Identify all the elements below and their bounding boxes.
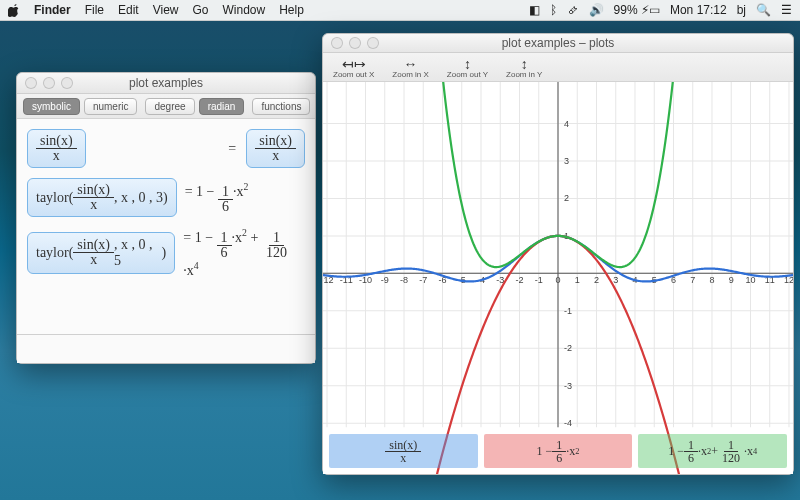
zoom-icon[interactable] <box>367 37 379 49</box>
window-title: plot examples – plots <box>502 36 615 50</box>
plot-area[interactable]: -12-11-10-9-8-7-6-5-4-3-2-10123456789101… <box>323 82 793 474</box>
legend: sin(x)x 1 − 16·x2 1 − 16·x2 + 1120·x4 <box>329 434 787 468</box>
expression-input[interactable]: taylor(sin(x)x, x , 0 , 3) <box>27 178 177 217</box>
svg-text:8: 8 <box>709 276 714 286</box>
plot-toolbar: ↤↦Zoom out X ↔Zoom in X ↕Zoom out Y ↕Zoo… <box>323 53 793 83</box>
svg-text:-3: -3 <box>564 381 572 391</box>
close-icon[interactable] <box>25 77 37 89</box>
menu-view[interactable]: View <box>153 3 179 17</box>
svg-text:-2: -2 <box>515 276 523 286</box>
window-plots: plot examples – plots ↤↦Zoom out X ↔Zoom… <box>322 33 794 475</box>
apple-icon[interactable] <box>8 4 20 17</box>
minimize-icon[interactable] <box>43 77 55 89</box>
app-name[interactable]: Finder <box>34 3 71 17</box>
zoom-out-y-button[interactable]: ↕Zoom out Y <box>447 58 488 79</box>
menu-go[interactable]: Go <box>193 3 209 17</box>
spotlight-icon[interactable]: 🔍 <box>756 3 771 17</box>
expression-result[interactable]: sin(x)x <box>246 129 305 168</box>
zoom-in-y-button[interactable]: ↕Zoom in Y <box>506 58 542 79</box>
equals-label: = <box>228 141 238 157</box>
svg-text:2: 2 <box>594 276 599 286</box>
window-title: plot examples <box>129 76 203 90</box>
svg-text:-1: -1 <box>535 276 543 286</box>
expression-input[interactable]: sin(x)x <box>27 129 86 168</box>
clock[interactable]: Mon 17:12 <box>670 3 727 17</box>
tab-degree[interactable]: degree <box>145 98 194 115</box>
svg-text:9: 9 <box>729 276 734 286</box>
svg-text:-2: -2 <box>564 344 572 354</box>
svg-text:-10: -10 <box>359 276 372 286</box>
svg-text:3: 3 <box>613 276 618 286</box>
user[interactable]: bj <box>737 3 746 17</box>
menubar: Finder File Edit View Go Window Help ◧ ᛒ… <box>0 0 800 21</box>
chart-canvas: -12-11-10-9-8-7-6-5-4-3-2-10123456789101… <box>323 82 793 474</box>
expression-result-text: = 1 − 16·x2 <box>185 181 249 214</box>
zoom-out-x-button[interactable]: ↤↦Zoom out X <box>333 58 374 79</box>
expression-input[interactable]: taylor(sin(x)x, x , 0 , 5) <box>27 232 175 274</box>
expression-row: taylor(sin(x)x, x , 0 , 3) = 1 − 16·x2 <box>27 178 305 217</box>
svg-text:-7: -7 <box>419 276 427 286</box>
tab-numeric[interactable]: numeric <box>84 98 138 115</box>
tab-symbolic[interactable]: symbolic <box>23 98 80 115</box>
svg-text:0: 0 <box>555 276 560 286</box>
svg-text:1: 1 <box>575 276 580 286</box>
toolbar: symbolic numeric degree radian functions <box>17 94 315 119</box>
minimize-icon[interactable] <box>349 37 361 49</box>
legend-item-green[interactable]: 1 − 16·x2 + 1120·x4 <box>638 434 787 468</box>
svg-text:-8: -8 <box>400 276 408 286</box>
svg-text:-4: -4 <box>564 419 572 429</box>
titlebar[interactable]: plot examples <box>17 73 315 94</box>
legend-item-blue[interactable]: sin(x)x <box>329 434 478 468</box>
status-bar <box>17 334 315 363</box>
titlebar[interactable]: plot examples – plots <box>323 34 793 53</box>
tab-radian[interactable]: radian <box>199 98 245 115</box>
svg-text:7: 7 <box>690 276 695 286</box>
menu-edit[interactable]: Edit <box>118 3 139 17</box>
zoom-icon[interactable] <box>61 77 73 89</box>
wifi-icon[interactable]: 🜸 <box>567 3 579 17</box>
expression-row: taylor(sin(x)x, x , 0 , 5) = 1 − 16·x2 +… <box>27 227 305 278</box>
menu-help[interactable]: Help <box>279 3 304 17</box>
expression-list: sin(x)x = sin(x)x taylor(sin(x)x, x , 0 … <box>17 119 315 334</box>
window-plot-examples: plot examples symbolic numeric degree ra… <box>16 72 316 364</box>
legend-item-red[interactable]: 1 − 16·x2 <box>484 434 633 468</box>
menu-window[interactable]: Window <box>223 3 266 17</box>
tab-functions[interactable]: functions <box>252 98 310 115</box>
notification-icon[interactable]: ☰ <box>781 3 792 17</box>
display-icon[interactable]: ◧ <box>529 3 540 17</box>
expression-row: sin(x)x = sin(x)x <box>27 129 305 168</box>
svg-text:4: 4 <box>564 119 569 129</box>
expression-result-text: = 1 − 16·x2 + 1120·x4 <box>183 227 305 278</box>
svg-text:-1: -1 <box>564 306 572 316</box>
svg-text:3: 3 <box>564 156 569 166</box>
svg-text:2: 2 <box>564 194 569 204</box>
zoom-in-x-button[interactable]: ↔Zoom in X <box>392 58 428 79</box>
svg-text:10: 10 <box>745 276 755 286</box>
volume-icon[interactable]: 🔊 <box>589 3 604 17</box>
svg-text:-9: -9 <box>381 276 389 286</box>
bluetooth-icon[interactable]: ᛒ <box>550 3 557 17</box>
battery-status[interactable]: 99% ⚡︎▭ <box>614 3 660 17</box>
menu-file[interactable]: File <box>85 3 104 17</box>
close-icon[interactable] <box>331 37 343 49</box>
